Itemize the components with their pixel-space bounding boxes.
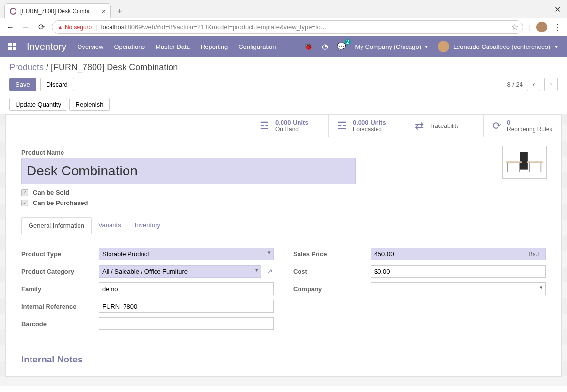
internal-notes-heading: Internal Notes [21,354,546,365]
cost-input[interactable] [371,265,546,278]
sales-price-label: Sales Price [293,251,366,258]
save-button[interactable]: Save [9,78,36,91]
update-quantity-button[interactable]: Update Quantity [9,98,67,111]
url-text: localhost:8069/web/#id=8&action=213&mode… [101,23,507,31]
insecure-icon: ▲ No seguro [57,24,92,31]
browser-tab-bar: [FURN_7800] Desk Combi × + ✕ [0,0,567,18]
refresh-icon: ⟳ [492,120,501,132]
stat-traceability[interactable]: ⇄ Traceability [406,115,484,137]
can-be-sold-label: Can be Sold [33,189,69,196]
tab-variants[interactable]: Variants [92,217,128,234]
close-tab-icon[interactable]: × [102,7,106,15]
family-label: Family [21,285,94,293]
can-be-purchased-checkbox[interactable]: ✓ [21,200,28,206]
barcode-label: Barcode [21,320,94,328]
sales-price-input[interactable] [371,248,524,260]
activity-icon[interactable]: ◔ [322,42,328,51]
product-type-select[interactable] [99,248,274,260]
svg-rect-0 [520,152,527,170]
breadcrumb-current: [FURN_7800] Desk Combination [51,63,178,72]
product-image[interactable] [502,146,547,179]
breadcrumb: Products / [FURN_7800] Desk Combination [9,63,558,73]
internal-reference-input[interactable] [99,300,274,313]
app-title[interactable]: Inventory [27,41,66,52]
reload-button[interactable]: ⟳ [36,22,46,31]
form-body: Product Name ✓ Can be Sold ✓ Can be Purc… [6,137,561,376]
barcode-input[interactable] [99,317,274,330]
family-input[interactable] [99,282,274,295]
insecure-label: No seguro [65,24,92,31]
profile-avatar-icon[interactable] [536,22,547,32]
bookmark-icon[interactable]: ☆ [511,22,518,31]
can-be-sold-checkbox[interactable]: ✓ [21,189,28,196]
pager-text[interactable]: 8 / 24 [507,81,523,88]
company-select[interactable] [371,282,546,295]
new-tab-button[interactable]: + [113,4,126,18]
back-button[interactable]: ← [5,23,15,31]
form-sheet: ☲ 0.000 UnitsOn Hand ☲ 0.000 UnitsForeca… [5,114,562,377]
discard-button[interactable]: Discard [40,78,74,91]
cost-label: Cost [293,268,366,275]
external-link-icon[interactable]: ↗ [266,267,274,275]
product-category-select[interactable] [99,265,261,278]
nav-master-data[interactable]: Master Data [156,43,190,50]
messages-icon[interactable]: 💬2 [337,42,346,51]
forward-button[interactable]: → [21,23,31,31]
favicon-icon [10,8,16,15]
product-name-label: Product Name [21,149,546,156]
tab-title: [FURN_7800] Desk Combi [20,8,89,15]
company-selector[interactable]: My Company (Chicago)▼ [355,43,428,50]
address-bar[interactable]: ▲ No seguro | localhost:8069/web/#id=8&a… [52,20,523,34]
form-background: ☲ 0.000 UnitsOn Hand ☲ 0.000 UnitsForeca… [0,114,567,386]
product-type-label: Product Type [21,251,94,258]
pager-prev-button[interactable]: ‹ [527,78,540,91]
app-navbar: Inventory Overview Operations Master Dat… [0,36,567,57]
stat-button-bar: ☲ 0.000 UnitsOn Hand ☲ 0.000 UnitsForeca… [6,115,561,137]
stat-reordering[interactable]: ⟳ 0Reordering Rules [484,115,561,137]
can-be-purchased-label: Can be Purchased [33,199,88,206]
control-panel: Products / [FURN_7800] Desk Combination … [0,57,567,95]
user-name: Leonardo Caballeeo (conferences) [453,43,550,50]
browser-tab[interactable]: [FURN_7800] Desk Combi × [4,3,111,18]
nav-overview[interactable]: Overview [77,43,103,50]
product-name-input[interactable] [21,158,356,184]
form-tabs: General Information Variants Inventory [21,217,546,234]
tab-general-information[interactable]: General Information [21,217,92,234]
user-avatar-icon [438,41,449,52]
svg-rect-2 [527,161,543,163]
replenish-button[interactable]: Replenish [69,98,110,111]
boxes-icon: ☲ [337,120,347,132]
tab-inventory[interactable]: Inventory [128,217,167,234]
debug-icon[interactable]: 🐞 [304,42,313,51]
breadcrumb-root[interactable]: Products [9,63,44,72]
nav-reporting[interactable]: Reporting [201,43,228,50]
exchange-icon: ⇄ [415,120,424,132]
nav-configuration[interactable]: Configuration [238,43,276,50]
apps-icon[interactable] [8,43,16,50]
user-menu[interactable]: Leonardo Caballeeo (conferences) ▼ [438,41,559,52]
nav-operations[interactable]: Operations [114,43,145,50]
company-label: Company [293,285,366,293]
button-box-row: Update Quantity Replenish [0,95,567,114]
browser-toolbar: ← → ⟳ ▲ No seguro | localhost:8069/web/#… [0,18,567,36]
close-window-icon[interactable]: ✕ [554,5,561,14]
stat-forecasted[interactable]: ☲ 0.000 UnitsForecasted [329,115,406,137]
stat-on-hand[interactable]: ☲ 0.000 UnitsOn Hand [251,115,329,137]
browser-menu-icon[interactable]: ⋮ [553,22,562,32]
boxes-icon: ☲ [260,120,269,132]
sales-price-currency: Bs.F [524,248,546,260]
messages-badge: 2 [345,39,351,45]
svg-rect-1 [506,161,522,163]
internal-reference-label: Internal Reference [21,303,94,310]
pager-next-button[interactable]: › [544,78,558,91]
product-category-label: Product Category [21,268,94,275]
